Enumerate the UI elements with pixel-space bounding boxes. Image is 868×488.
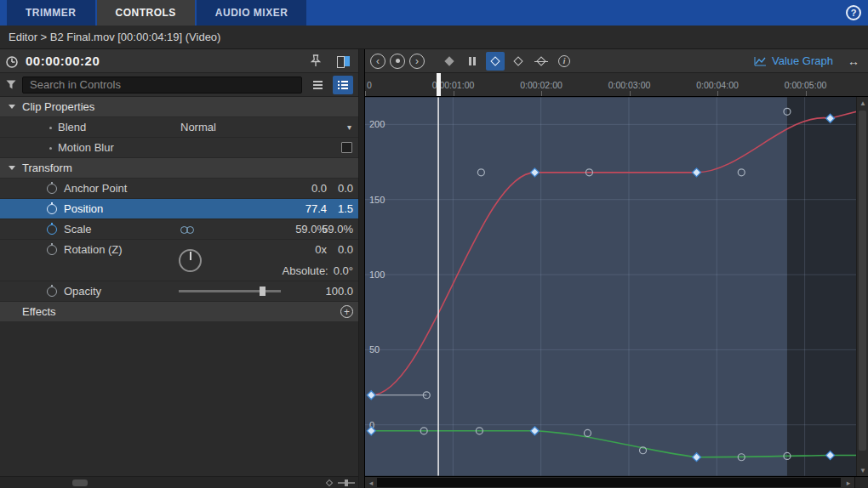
clip-duration-region: [365, 97, 787, 475]
property-row-opacity[interactable]: Opacity 100.0 %: [0, 281, 358, 302]
property-row-position[interactable]: Position 77.4 1.5: [0, 199, 358, 219]
ruler-tick: [717, 91, 718, 97]
previous-keyframe-button[interactable]: ‹: [370, 54, 385, 69]
graph-horizontal-scrollbar[interactable]: ◂ ▸: [365, 476, 868, 488]
tab-trimmer[interactable]: TRIMMER: [7, 0, 95, 26]
current-timecode[interactable]: 00:00:00:20: [26, 54, 100, 68]
hold-keyframe-icon: [469, 57, 476, 65]
graph-area: 200150100500 ▲ ▼: [365, 97, 868, 476]
y-axis-label: 200: [369, 119, 385, 129]
help-glyph: ?: [851, 8, 857, 18]
dropdown-caret-icon[interactable]: ▾: [347, 117, 351, 137]
ruler-tick-label: 0:00:02:00: [520, 80, 562, 90]
search-input[interactable]: [22, 77, 302, 94]
property-label: Position: [64, 199, 103, 218]
hold-keyframe-button[interactable]: [463, 52, 482, 71]
detail-list-icon: [338, 81, 348, 89]
ruler-tick-label: 0:00:05:00: [785, 80, 827, 90]
bezier-handle-line-icon: [534, 61, 548, 62]
manual-bezier-keyframe-button[interactable]: [532, 52, 551, 71]
next-keyframe-button[interactable]: ›: [409, 54, 425, 69]
mini-keyframe-icon[interactable]: [326, 479, 333, 486]
section-transform[interactable]: Transform: [0, 158, 358, 179]
tab-audio-mixer[interactable]: AUDIO MIXER: [197, 0, 307, 26]
bezier-keyframe-button[interactable]: [509, 52, 528, 71]
tab-controls[interactable]: CONTROLS: [97, 0, 195, 26]
section-effects[interactable]: Effects +: [0, 302, 358, 322]
blend-mode-dropdown-value[interactable]: Normal: [180, 117, 216, 137]
panel-zoom-slider[interactable]: [338, 482, 355, 484]
list-view-button[interactable]: [307, 76, 328, 94]
controls-panel: 00:00:00:20 Clip Properties: [0, 49, 364, 488]
ruler-tick: [365, 91, 366, 97]
collapse-triangle-icon[interactable]: [9, 166, 15, 170]
property-row-blend[interactable]: Blend Normal ▾: [0, 117, 358, 138]
stopwatch-icon[interactable]: [47, 287, 57, 297]
graph-toolbar: ‹ › i Value Graph ↔: [365, 49, 868, 73]
value-graph-toggle[interactable]: Value Graph: [754, 54, 833, 67]
property-label: Opacity: [64, 281, 101, 301]
property-row-motion-blur[interactable]: Motion Blur: [0, 138, 358, 158]
help-icon[interactable]: ?: [846, 5, 861, 20]
opacity-slider-thumb[interactable]: [260, 287, 266, 296]
property-label: Scale: [64, 219, 92, 239]
zoom-to-fit-icon[interactable]: ↔: [848, 54, 859, 68]
absolute-label: Absolute:: [283, 264, 328, 277]
timeline-ruler[interactable]: 00:00:01:000:00:02:000:00:03:000:00:04:0…: [365, 73, 868, 97]
opacity-slider[interactable]: [179, 290, 281, 292]
rotation-degrees-value[interactable]: 0.0: [315, 240, 353, 259]
breadcrumb-text[interactable]: Editor > B2 Final.mov [00:00:04:19] (Vid…: [9, 31, 220, 43]
scrollbar-thumb[interactable]: [72, 479, 88, 486]
controls-horizontal-scrollbar[interactable]: [0, 476, 358, 488]
scroll-right-arrow[interactable]: ▸: [842, 477, 854, 488]
rotation-dial[interactable]: [179, 249, 202, 272]
add-keyframe-button[interactable]: [390, 54, 405, 69]
anchor-y-value[interactable]: 0.0: [315, 179, 353, 198]
collapse-triangle-icon[interactable]: [9, 105, 15, 109]
info-icon: i: [558, 55, 570, 67]
controls-header: 00:00:00:20: [0, 49, 358, 73]
panel-bottom-tools: [327, 479, 355, 487]
value-graph-canvas[interactable]: 200150100500: [365, 97, 856, 476]
property-row-rotation[interactable]: Rotation (Z) 0x 0.0 Absolute:0.0°: [0, 240, 358, 281]
split-view-button[interactable]: [333, 52, 353, 71]
scrollbar-thumb[interactable]: [377, 478, 841, 487]
link-values-icon[interactable]: [180, 226, 196, 234]
position-y-value[interactable]: 1.5: [315, 199, 353, 218]
breadcrumb[interactable]: Editor > B2 Final.mov [00:00:04:19] (Vid…: [0, 26, 868, 49]
linear-keyframe-button[interactable]: [440, 52, 459, 71]
plus-icon: +: [344, 307, 350, 317]
stopwatch-icon[interactable]: [47, 184, 57, 194]
tab-label: AUDIO MIXER: [215, 7, 288, 19]
scroll-up-arrow[interactable]: ▲: [857, 97, 868, 109]
value-graph-label: Value Graph: [772, 54, 833, 67]
previous-keyframe-icon: ‹: [376, 56, 380, 66]
property-row-anchor-point[interactable]: Anchor Point 0.0 0.0: [0, 179, 358, 199]
scroll-left-arrow[interactable]: ◂: [365, 477, 377, 488]
stopwatch-icon[interactable]: [47, 204, 57, 214]
ruler-tick: [630, 91, 631, 97]
motion-blur-checkbox[interactable]: [341, 142, 352, 153]
scrollbar-thumb[interactable]: [859, 111, 866, 451]
section-clip-properties[interactable]: Clip Properties: [0, 97, 358, 117]
pin-panel-button[interactable]: [306, 52, 326, 71]
section-label: Transform: [22, 162, 72, 174]
smooth-keyframe-button[interactable]: [486, 52, 505, 71]
filter-funnel-icon[interactable]: [5, 79, 17, 90]
controls-vertical-scrollbar[interactable]: [358, 49, 364, 488]
tab-label: TRIMMER: [26, 7, 77, 19]
scroll-down-arrow[interactable]: ▼: [857, 464, 868, 476]
ruler-tick: [541, 91, 542, 97]
property-label: Rotation (Z): [64, 240, 123, 259]
keyframe-info-button[interactable]: i: [555, 52, 574, 71]
add-effect-button[interactable]: +: [340, 305, 353, 318]
value-graph-icon: [754, 56, 767, 66]
playhead-marker[interactable]: [437, 73, 441, 96]
detail-view-button[interactable]: [333, 76, 353, 94]
graph-vertical-scrollbar[interactable]: ▲ ▼: [856, 97, 868, 476]
stopwatch-icon[interactable]: [47, 224, 57, 235]
stopwatch-icon[interactable]: [47, 245, 57, 255]
property-row-scale[interactable]: Scale 59.0% 59.0%: [0, 219, 358, 240]
next-keyframe-icon: ›: [415, 56, 419, 66]
scale-y-value[interactable]: 59.0%: [315, 219, 353, 239]
